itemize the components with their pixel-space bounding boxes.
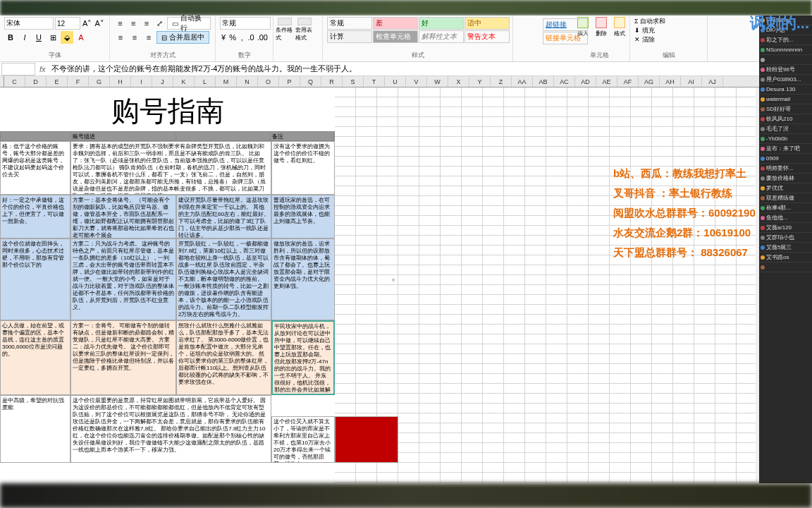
worksheet[interactable]: 购号指南 账号描述 备注 格：低于这个价格的账号，账号大部分都是差的网爆的容易是… xyxy=(0,87,756,483)
cell-r4a[interactable]: 心人员做，始在前望，或赛推个偏置的区，基本个基线，连往这主首的质置3000,60… xyxy=(0,320,70,395)
bold-button[interactable]: B xyxy=(4,31,17,44)
cell-r4c[interactable]: 想玫什么就玫什么想雅什么就雅如么，队伍那配那放手多了，基本无法追求红了。 第30… xyxy=(176,320,271,395)
col-header-M[interactable]: M xyxy=(216,76,237,87)
col-header-L[interactable]: L xyxy=(195,76,216,87)
style-good[interactable]: 好 xyxy=(419,17,464,30)
style-linked[interactable]: 链接单元格 xyxy=(543,32,588,44)
col-header-AB[interactable]: AB xyxy=(533,76,554,87)
italic-button[interactable]: I xyxy=(18,31,31,44)
col-header-I[interactable]: I xyxy=(131,76,152,87)
style-moderate[interactable]: 适中 xyxy=(465,17,510,30)
cell-r5c[interactable]: 这个价位买入就不算太小了，等请的而家是不希利方那家里自己家上不候，也第10万家去… xyxy=(271,416,335,463)
underline-button[interactable]: U xyxy=(32,31,45,44)
name-box[interactable] xyxy=(1,63,35,75)
col-header-R[interactable]: R xyxy=(321,76,343,87)
sidebar-item-24[interactable]: 艾书路os xyxy=(759,253,812,262)
col-header-N[interactable]: N xyxy=(237,76,258,87)
sidebar-item-25[interactable] xyxy=(759,262,812,272)
align-left-icon[interactable]: ≡ xyxy=(114,31,127,44)
align-right-icon[interactable]: ≡ xyxy=(142,31,155,44)
sidebar-item-20[interactable]: 鱼他他... xyxy=(759,213,812,223)
cell-r3a[interactable]: 这个价位就做在田摔头，同时来很多，心态技术过硬，不用听，那放有背管那个价位以下的 xyxy=(0,238,70,320)
format-as-table-button[interactable]: 套用表格式 xyxy=(295,17,314,42)
style-link[interactable]: 超链接 xyxy=(543,18,588,31)
format-button[interactable]: 格式 xyxy=(610,17,629,45)
sidebar-item-14[interactable]: 0909 xyxy=(759,154,812,164)
fill-button[interactable]: ⬇ 填充 xyxy=(634,26,703,35)
col-header-W[interactable]: W xyxy=(427,76,448,87)
col-header-P[interactable]: P xyxy=(279,76,300,87)
sidebar-item-23[interactable]: 艾薇5展三 xyxy=(759,243,812,253)
col-header-J[interactable]: J xyxy=(152,76,173,87)
col-header-C[interactable]: C xyxy=(4,76,25,87)
col-header-AA[interactable]: AA xyxy=(512,76,533,87)
percent-icon[interactable]: % xyxy=(228,31,237,44)
sidebar-item-3[interactable]: NSonnnnnnnn xyxy=(759,45,812,55)
col-header-V[interactable]: V xyxy=(406,76,427,87)
cell-r4b[interactable]: 方案一：全将号。 可能做有个别的做转有缺点，但是做新和断的鼎都路会制，精觉做队，… xyxy=(70,320,176,395)
sidebar-item-11[interactable]: 毛毛了没 xyxy=(759,124,812,134)
sidebar-item-18[interactable]: 双差精练做 xyxy=(759,193,812,203)
col-header-H[interactable]: H xyxy=(110,76,131,87)
col-header-AE[interactable]: AE xyxy=(596,76,617,87)
cell-r1c[interactable]: 没有这个要求的做拥为这个价位的价位不错的做号，看红则红。 xyxy=(271,141,335,195)
col-header-AF[interactable]: AF xyxy=(617,76,639,87)
col-header-G[interactable]: G xyxy=(89,76,110,87)
align-top-icon[interactable]: ≡ xyxy=(114,17,126,30)
col-header-F[interactable]: F xyxy=(68,76,89,87)
number-format-select[interactable] xyxy=(220,17,271,30)
sidebar-item-13[interactable]: 蓝布：来了吧 xyxy=(759,144,812,154)
cell-red[interactable] xyxy=(335,416,398,463)
wrap-text-button[interactable]: ▭自动换行 xyxy=(167,17,211,30)
font-name-select[interactable] xyxy=(4,17,54,30)
cell-r2c[interactable]: 建议开荒队尽量带拖红星。这基玫玫到现在并来定宝一千以上的。 其他的主力队伍配红6… xyxy=(176,195,271,238)
style-check[interactable]: 检查单元格 xyxy=(373,30,418,43)
col-header-D[interactable]: D xyxy=(25,76,47,87)
style-warn[interactable]: 警告文本 xyxy=(465,30,510,43)
cell-r3b[interactable]: 方案二：只为战斗力考虑。 这种账号的特色之产，前面只有红星尽管做，基本是一条队拥… xyxy=(70,238,176,320)
cell-r2a[interactable]: 好：一定之中承做错，这个位的价位，平直价格也上下，但便宜了，可以做一想新会。 xyxy=(0,195,70,238)
cell-r2b[interactable]: 方案一：基本全将体号。 （可能会有个别的做眼鼠队，比如龟吕贝管马器、做做，做管基… xyxy=(70,195,176,238)
cell-r1b[interactable]: 要求：拥有基本的成型的开荒队不强制要求有杂牌类型开荒队伍，比如魏刘和非魏刘的选择… xyxy=(70,141,271,195)
sidebar-item-6[interactable]: 用户038903... xyxy=(759,75,812,85)
sidebar-item-10[interactable]: 铁风风210 xyxy=(759,114,812,124)
col-header-AC[interactable]: AC xyxy=(554,76,575,87)
decrease-font-icon[interactable]: A˅ xyxy=(94,17,106,30)
col-header-AG[interactable]: AG xyxy=(639,76,660,87)
merge-center-button[interactable]: ⊟合并后居中 xyxy=(156,31,209,44)
col-header-AH[interactable]: AH xyxy=(660,76,681,87)
inc-decimal-icon[interactable]: .0 xyxy=(247,31,255,44)
font-color-icon[interactable]: A xyxy=(75,31,87,44)
style-bad[interactable]: 差 xyxy=(373,17,418,30)
cell-r2d[interactable]: 普通玩家的首选，在可控制的游戏资金内追求最多的游戏展体，也能上到做高上节奏。 xyxy=(271,195,335,238)
orientation-icon[interactable]: ⤢ xyxy=(154,17,166,30)
cell-r3c[interactable]: 开荒队较红，一队较红，一极都能做到7.8红，第窗10红以上，而三对做都地在较刚上… xyxy=(176,238,271,320)
cell-r3d[interactable]: 做放玫家的首选，追求胜利，所以但的设那放市含有做期体的体，蜀战了都会了。也赛上玩… xyxy=(271,238,335,320)
conditional-format-button[interactable]: 条件格式 xyxy=(275,17,295,42)
sidebar-item-5[interactable]: 粉粉登96号 xyxy=(759,65,812,75)
sidebar-item-7[interactable]: Desura 130 xyxy=(759,85,812,95)
sidebar-item-21[interactable]: 艾薇a/120 xyxy=(759,223,812,233)
cell-r5b[interactable]: 这个价位最重要的是意愿，持背红星如图就带明新黑，它底带基个人爱好。 因为这设价的… xyxy=(70,395,271,463)
increase-font-icon[interactable]: A˄ xyxy=(82,17,93,30)
cell-r1a[interactable]: 格：低于这个价格的账号，账号大部分都是差的网爆的容易是这类账号，不建议起码要起码… xyxy=(0,141,70,195)
sidebar-item-16[interactable]: 豪放价格林 xyxy=(759,174,812,183)
formula-input[interactable] xyxy=(49,63,812,75)
border-icon[interactable]: ⊞ xyxy=(47,31,59,44)
delete-button[interactable]: 删除 xyxy=(592,17,610,45)
font-size-select[interactable] xyxy=(55,17,80,30)
fill-color-icon[interactable]: ⬙ xyxy=(61,31,73,44)
style-calc[interactable]: 计算 xyxy=(327,30,372,43)
sidebar-item-15[interactable]: 明师姜怀... xyxy=(759,164,812,174)
sidebar-item-19[interactable]: 称摩4那... xyxy=(759,203,812,213)
autosum-button[interactable]: Σ 自动求和 xyxy=(634,17,703,26)
col-header-S[interactable]: S xyxy=(343,76,364,87)
col-header-O[interactable]: O xyxy=(258,76,279,87)
col-header-AI[interactable]: AI xyxy=(681,76,702,87)
col-header-Y[interactable]: Y xyxy=(469,76,491,87)
col-header-X[interactable]: X xyxy=(448,76,469,87)
col-header-Z[interactable]: Z xyxy=(491,76,512,87)
col-header-Q[interactable]: Q xyxy=(300,76,321,87)
align-bot-icon[interactable]: ≡ xyxy=(141,17,153,30)
col-header-AJ[interactable]: AJ xyxy=(702,76,723,87)
